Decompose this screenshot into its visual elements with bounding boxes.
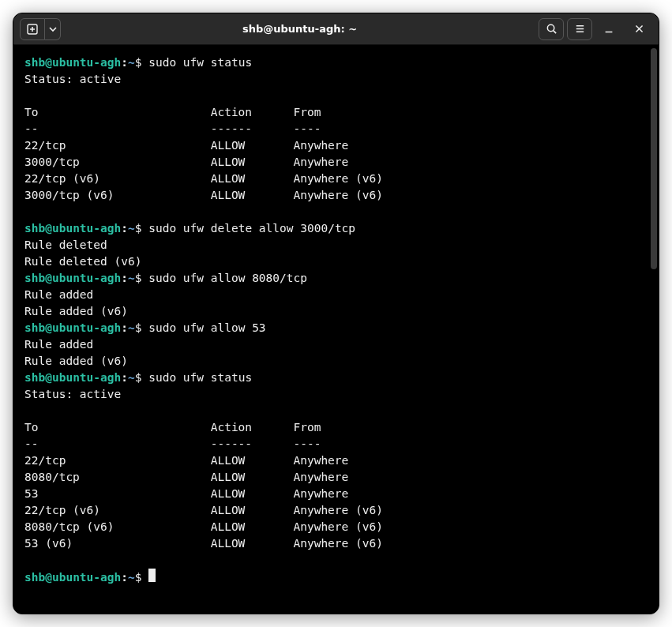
chevron-down-icon: [49, 25, 57, 33]
window-title: shb@ubuntu-agh: ~: [64, 23, 535, 35]
new-tab-group: [20, 18, 61, 40]
terminal-window: shb@ubuntu-agh: ~: [13, 13, 659, 614]
close-icon: [634, 24, 644, 34]
svg-point-3: [547, 24, 554, 31]
svg-line-4: [553, 31, 555, 33]
search-button[interactable]: [539, 18, 564, 40]
hamburger-icon: [574, 23, 586, 35]
close-button[interactable]: [625, 17, 652, 41]
scrollbar[interactable]: [651, 48, 657, 269]
terminal-body[interactable]: shb@ubuntu-agh:~$ sudo ufw status Status…: [13, 45, 659, 614]
terminal-content: shb@ubuntu-agh:~$ sudo ufw status Status…: [24, 54, 648, 587]
titlebar-right: [539, 17, 652, 41]
minimize-icon: [603, 24, 614, 35]
plus-square-icon: [26, 23, 39, 36]
new-tab-dropdown[interactable]: [45, 18, 61, 40]
new-tab-button[interactable]: [20, 18, 45, 40]
search-icon: [546, 23, 557, 35]
titlebar: shb@ubuntu-agh: ~: [13, 13, 659, 45]
titlebar-left: [20, 18, 61, 40]
menu-button[interactable]: [567, 18, 592, 40]
minimize-button[interactable]: [595, 17, 622, 41]
